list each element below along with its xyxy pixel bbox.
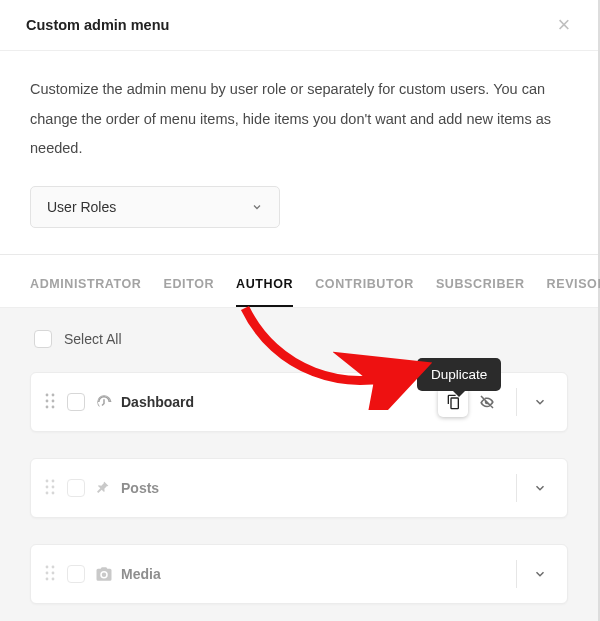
item-checkbox[interactable]	[67, 479, 85, 497]
svg-point-6	[46, 480, 49, 483]
expand-button[interactable]	[523, 387, 557, 417]
svg-point-7	[52, 480, 55, 483]
svg-point-9	[52, 486, 55, 489]
modal-description: Customize the admin menu by user role or…	[0, 51, 598, 186]
chevron-down-icon	[251, 201, 263, 213]
drag-handle-icon[interactable]	[45, 393, 57, 411]
item-label: Dashboard	[121, 394, 438, 410]
item-label: Media	[121, 566, 516, 582]
svg-point-4	[46, 406, 49, 409]
tab-revisor[interactable]: REVISOR	[547, 271, 600, 307]
tab-subscriber[interactable]: SUBSCRIBER	[436, 271, 525, 307]
tab-editor[interactable]: EDITOR	[164, 271, 215, 307]
select-all-checkbox[interactable]	[34, 330, 52, 348]
modal-header: Custom admin menu ×	[0, 0, 598, 51]
svg-point-1	[52, 394, 55, 397]
duplicate-button[interactable]	[438, 387, 468, 417]
tab-author[interactable]: AUTHOR	[236, 271, 293, 307]
item-actions	[438, 387, 502, 417]
item-checkbox[interactable]	[67, 565, 85, 583]
scope-select-value: User Roles	[47, 199, 116, 215]
tab-administrator[interactable]: ADMINISTRATOR	[30, 271, 142, 307]
svg-point-14	[46, 572, 49, 575]
custom-admin-menu-modal: Custom admin menu × Customize the admin …	[0, 0, 600, 621]
close-button[interactable]: ×	[552, 14, 576, 36]
menu-item-media: Media	[30, 544, 568, 604]
pin-icon	[95, 479, 113, 497]
expand-button[interactable]	[523, 473, 557, 503]
drag-handle-icon[interactable]	[45, 479, 57, 497]
item-checkbox[interactable]	[67, 393, 85, 411]
menu-item-posts: Posts	[30, 458, 568, 518]
hide-button[interactable]	[472, 387, 502, 417]
item-label: Posts	[121, 480, 516, 496]
svg-point-5	[52, 406, 55, 409]
scope-select[interactable]: User Roles	[30, 186, 280, 228]
svg-point-15	[52, 572, 55, 575]
separator	[516, 474, 517, 502]
separator	[516, 388, 517, 416]
drag-handle-icon[interactable]	[45, 565, 57, 583]
select-all-row: Select All	[34, 330, 568, 348]
tab-contributor[interactable]: CONTRIBUTOR	[315, 271, 414, 307]
separator	[516, 560, 517, 588]
svg-point-17	[52, 578, 55, 581]
svg-point-12	[46, 566, 49, 569]
svg-point-11	[52, 492, 55, 495]
svg-point-16	[46, 578, 49, 581]
svg-point-13	[52, 566, 55, 569]
select-all-label: Select All	[64, 331, 122, 347]
role-tabs: ADMINISTRATOR EDITOR AUTHOR CONTRIBUTOR …	[0, 255, 598, 307]
expand-button[interactable]	[523, 559, 557, 589]
menu-item-dashboard: Dashboard	[30, 372, 568, 432]
camera-icon	[95, 565, 113, 583]
svg-point-3	[52, 400, 55, 403]
svg-point-8	[46, 486, 49, 489]
dashboard-icon	[95, 393, 113, 411]
menu-items-panel: Select All Dashboard	[0, 307, 598, 621]
svg-point-10	[46, 492, 49, 495]
svg-point-2	[46, 400, 49, 403]
svg-point-0	[46, 394, 49, 397]
modal-title: Custom admin menu	[26, 17, 169, 33]
